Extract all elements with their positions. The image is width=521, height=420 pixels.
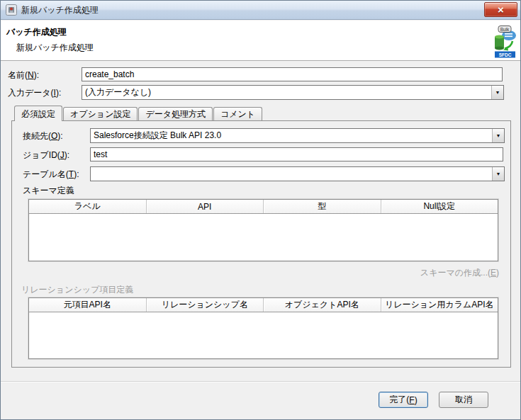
relationship-section-label: リレーションシップ項目定義	[21, 283, 133, 297]
chevron-down-icon: ▼	[496, 171, 501, 176]
label-text: )	[496, 268, 499, 278]
name-label: 名前(N):	[8, 68, 39, 82]
app-icon	[6, 4, 17, 16]
dropdown-button[interactable]: ▼	[492, 167, 504, 181]
bulk-sfdc-logo-icon: Bulk SFDC	[493, 25, 517, 58]
close-icon: ×	[498, 4, 504, 15]
finish-button[interactable]: 完了(F)	[379, 392, 428, 408]
column-header[interactable]: Null設定	[381, 200, 498, 213]
tab-data-processing[interactable]: データ処理方式	[138, 107, 213, 120]
label-text: 入力データ(	[8, 88, 54, 98]
dialog-new-batch: 新規バッチ作成処理 × バッチ作成処理 新規バッチ作成処理 Bulk SFDC	[0, 0, 521, 420]
mnemonic: E	[491, 268, 496, 278]
label-text: ):	[34, 70, 39, 80]
input-data-combobox[interactable]: (入力データなし) ▼	[82, 85, 504, 100]
header-subtitle: 新規バッチ作成処理	[16, 42, 94, 54]
column-header[interactable]: API	[147, 200, 264, 213]
combobox-value	[91, 167, 492, 181]
label-text: ):	[57, 131, 62, 141]
tab-option-settings[interactable]: オプション設定	[63, 107, 138, 120]
column-header[interactable]: リレーションシップ名	[147, 298, 264, 312]
relationship-table-body[interactable]	[29, 312, 498, 358]
cancel-button[interactable]: 取消	[439, 392, 488, 408]
label-text: ):	[74, 169, 79, 179]
label-text: テーブル名(	[23, 169, 69, 179]
footer-buttons: 完了(F) 取消	[379, 392, 488, 408]
relationship-table-header: 元項目API名 リレーションシップ名 オブジェクトAPI名 リレーション用カラム…	[29, 298, 498, 312]
header-title: バッチ作成処理	[6, 26, 67, 38]
dropdown-button[interactable]: ▼	[492, 129, 504, 142]
label-text: ):	[65, 150, 69, 160]
column-header[interactable]: オブジェクトAPI名	[264, 298, 381, 312]
column-header[interactable]: ラベル	[29, 200, 147, 213]
window-title: 新規バッチ作成処理	[21, 4, 99, 16]
svg-text:SFDC: SFDC	[499, 52, 512, 57]
label-text: ):	[56, 88, 61, 98]
create-schema-button[interactable]: スキーマの作成...(E)	[420, 267, 499, 279]
input-data-label: 入力データ(I):	[8, 86, 61, 100]
mnemonic: F	[409, 395, 414, 405]
column-header[interactable]: 元項目API名	[29, 298, 147, 312]
mnemonic: O	[51, 131, 57, 141]
label-text: 接続先(	[23, 131, 51, 141]
tab-strip: 必須設定 オプション設定 データ処理方式 コメント	[14, 106, 262, 121]
combobox-value: Salesforce接続設定 Bulk API 23.0	[91, 129, 492, 142]
job-id-label: ジョブID(J):	[23, 148, 69, 162]
schema-table-body[interactable]	[29, 214, 498, 261]
table-name-combobox[interactable]: ▼	[90, 166, 505, 181]
svg-text:Bulk: Bulk	[500, 27, 510, 32]
label-text: ジョブID(	[23, 150, 60, 160]
dropdown-button[interactable]: ▼	[491, 86, 503, 99]
chevron-down-icon: ▼	[495, 90, 500, 95]
table-name-label: テーブル名(T):	[23, 167, 79, 181]
connection-combobox[interactable]: Salesforce接続設定 Bulk API 23.0 ▼	[90, 128, 505, 143]
label-text: 完了(	[389, 394, 409, 406]
tab-required-settings[interactable]: 必須設定	[14, 106, 62, 121]
schema-table: ラベル API 型 Null設定	[28, 199, 498, 261]
name-input[interactable]	[82, 67, 503, 81]
tab-comment[interactable]: コメント	[213, 107, 262, 120]
footer-divider	[1, 381, 520, 382]
required-settings-panel: 接続先(O): Salesforce接続設定 Bulk API 23.0 ▼ ジ…	[11, 120, 511, 368]
schema-table-header: ラベル API 型 Null設定	[29, 200, 498, 214]
connection-label: 接続先(O):	[23, 129, 63, 143]
mnemonic: N	[28, 70, 34, 80]
title-bar[interactable]: 新規バッチ作成処理 ×	[1, 1, 520, 20]
column-header[interactable]: 型	[264, 200, 381, 213]
combobox-value: (入力データなし)	[82, 86, 491, 99]
close-button[interactable]: ×	[484, 2, 517, 17]
job-id-input[interactable]	[90, 147, 503, 161]
label-text: 名前(	[8, 70, 28, 80]
chevron-down-icon: ▼	[496, 133, 501, 138]
schema-section-label: スキーマ定義	[23, 183, 74, 198]
label-text: スキーマの作成...(	[420, 268, 491, 278]
relationship-table: 元項目API名 リレーションシップ名 オブジェクトAPI名 リレーション用カラム…	[28, 297, 498, 359]
label-text: )	[415, 395, 418, 405]
header-banner: バッチ作成処理 新規バッチ作成処理 Bulk SFDC	[1, 21, 520, 61]
column-header[interactable]: リレーション用カラムAPI名	[381, 298, 498, 312]
